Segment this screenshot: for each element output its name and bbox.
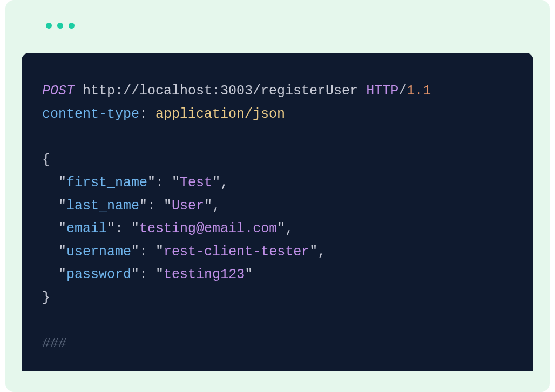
- header-line: content-type: application/json: [42, 103, 513, 126]
- header-name: content-type: [42, 106, 139, 122]
- header-value: application/json: [155, 106, 285, 122]
- json-open-brace: {: [42, 149, 513, 172]
- window-traffic-lights: [46, 23, 75, 29]
- json-value: Test: [180, 175, 212, 191]
- http-request-code-block[interactable]: POST http://localhost:3003/registerUser …: [22, 53, 533, 371]
- request-separator: ###: [42, 333, 513, 356]
- json-value: testing@email.com: [139, 221, 277, 236]
- request-line: POST http://localhost:3003/registerUser …: [42, 80, 513, 103]
- json-key: first_name: [66, 175, 147, 191]
- traffic-light-dot-icon[interactable]: [69, 23, 75, 29]
- protocol-label: HTTP: [366, 83, 398, 99]
- json-value: User: [172, 198, 204, 214]
- traffic-light-dot-icon[interactable]: [57, 23, 63, 29]
- json-value: testing123: [164, 267, 245, 282]
- json-field-line: "email": "testing@email.com",: [42, 218, 513, 241]
- json-key: password: [66, 267, 131, 282]
- json-key: last_name: [66, 198, 139, 214]
- json-key: username: [66, 244, 131, 260]
- json-field-line: "first_name": "Test",: [42, 172, 513, 195]
- request-url: http://localhost:3003/registerUser: [83, 83, 358, 99]
- json-field-line: "password": "testing123": [42, 263, 513, 287]
- json-value: rest-client-tester: [164, 244, 309, 260]
- protocol-separator: /: [398, 83, 407, 99]
- header-separator: :: [139, 106, 147, 122]
- json-key: email: [66, 221, 107, 236]
- http-method: POST: [42, 83, 75, 99]
- traffic-light-dot-icon[interactable]: [46, 23, 52, 29]
- blank-line: [42, 309, 513, 333]
- json-field-line: "last_name": "User",: [42, 195, 513, 218]
- json-field-line: "username": "rest-client-tester",: [42, 241, 513, 264]
- json-close-brace: }: [42, 287, 513, 310]
- protocol-version: 1.1: [407, 83, 431, 99]
- editor-window: POST http://localhost:3003/registerUser …: [5, 0, 550, 392]
- blank-line: [42, 126, 513, 149]
